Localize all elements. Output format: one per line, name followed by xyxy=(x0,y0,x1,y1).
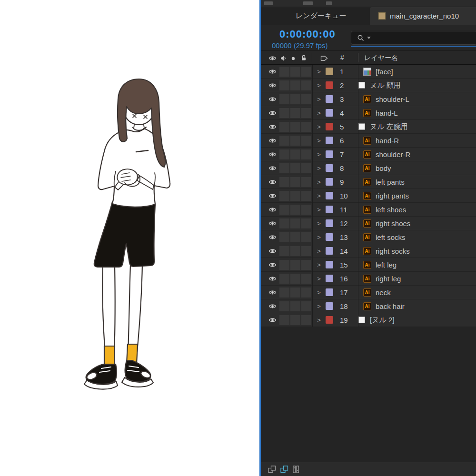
audio-switch-cell[interactable] xyxy=(279,246,289,256)
layer-row[interactable]: > 10 Ai right pants xyxy=(259,189,476,203)
label-color-swatch[interactable] xyxy=(326,178,333,186)
solo-switch-cell[interactable] xyxy=(290,288,300,298)
expand-arrow[interactable]: > xyxy=(312,317,326,324)
solo-switch-cell[interactable] xyxy=(290,94,300,104)
layer-name[interactable]: [ヌル 2] xyxy=(366,316,395,325)
visibility-eye-icon[interactable] xyxy=(259,69,279,74)
audio-switch-cell[interactable] xyxy=(279,274,289,284)
visibility-eye-icon[interactable] xyxy=(259,138,279,143)
visibility-eye-icon[interactable] xyxy=(259,221,279,226)
expand-arrow[interactable]: > xyxy=(312,178,326,186)
solo-switch-cell[interactable] xyxy=(290,122,300,132)
layer-name[interactable]: left pants xyxy=(371,178,405,186)
audio-switch-cell[interactable] xyxy=(279,177,289,187)
audio-switch-cell[interactable] xyxy=(279,260,289,270)
expand-arrow[interactable]: > xyxy=(312,137,326,144)
visibility-eye-icon[interactable] xyxy=(259,152,279,157)
label-color-swatch[interactable] xyxy=(326,192,333,199)
current-timecode[interactable]: 0:00:00:00 xyxy=(279,28,336,40)
lock-switch-cell[interactable] xyxy=(301,67,311,77)
layer-name[interactable]: left shoes xyxy=(371,206,406,214)
layer-switches[interactable] xyxy=(279,136,312,146)
expand-arrow[interactable]: > xyxy=(312,220,326,227)
expand-arrow[interactable]: > xyxy=(312,165,326,172)
label-color-swatch[interactable] xyxy=(326,247,333,255)
lock-switch-cell[interactable] xyxy=(301,136,311,146)
audio-switch-cell[interactable] xyxy=(279,122,289,132)
layer-name[interactable]: right shoes xyxy=(371,219,410,228)
expand-arrow[interactable]: > xyxy=(312,68,326,75)
lock-switch-cell[interactable] xyxy=(301,177,311,187)
expand-arrow[interactable]: > xyxy=(312,192,326,199)
audio-switch-cell[interactable] xyxy=(279,163,289,173)
audio-switch-cell[interactable] xyxy=(279,108,289,118)
label-color-swatch[interactable] xyxy=(326,275,333,282)
solo-switch-cell[interactable] xyxy=(290,191,300,201)
label-color-swatch[interactable] xyxy=(326,81,333,89)
layer-row[interactable]: > 17 Ai neck xyxy=(259,286,476,299)
expand-arrow[interactable]: > xyxy=(312,109,326,117)
layer-name[interactable]: hand-L xyxy=(371,109,398,117)
label-color-swatch[interactable] xyxy=(326,288,333,296)
toggle-transfer-controls-icon[interactable] xyxy=(280,466,288,473)
expand-arrow[interactable]: > xyxy=(312,303,326,310)
visibility-eye-icon[interactable] xyxy=(259,207,279,212)
layer-name[interactable]: ヌル 顔用 xyxy=(366,81,401,90)
tab-render-queue[interactable]: レンダーキュー xyxy=(288,7,354,25)
layer-row[interactable]: > 16 Ai right leg xyxy=(259,272,476,286)
layer-row[interactable]: > 7 Ai shoulder-R xyxy=(259,148,476,161)
audio-switch-cell[interactable] xyxy=(279,67,289,77)
solo-switch-cell[interactable] xyxy=(290,108,300,118)
expand-arrow[interactable]: > xyxy=(312,234,326,241)
lock-switch-cell[interactable] xyxy=(301,232,311,242)
visibility-eye-icon[interactable] xyxy=(259,83,279,88)
layer-name[interactable]: left socks xyxy=(371,233,406,241)
layer-switches[interactable] xyxy=(279,246,312,256)
visibility-eye-icon[interactable] xyxy=(259,317,279,323)
visibility-eye-icon[interactable] xyxy=(259,304,279,309)
layer-switches[interactable] xyxy=(279,163,312,173)
layer-row[interactable]: > 14 Ai right socks xyxy=(259,244,476,258)
visibility-eye-icon[interactable] xyxy=(259,262,279,268)
lock-switch-cell[interactable] xyxy=(301,218,311,228)
lock-switch-cell[interactable] xyxy=(301,191,311,201)
lock-switch-cell[interactable] xyxy=(301,80,311,90)
toggle-inout-panes-icon[interactable] xyxy=(293,466,299,473)
layer-name[interactable]: right socks xyxy=(371,247,410,255)
layer-switches[interactable] xyxy=(279,260,312,270)
label-color-swatch[interactable] xyxy=(326,95,333,103)
solo-switch-cell[interactable] xyxy=(290,274,300,284)
label-color-swatch[interactable] xyxy=(326,68,333,75)
solo-switch-cell[interactable] xyxy=(290,260,300,270)
solo-switch-cell[interactable] xyxy=(290,67,300,77)
layer-name[interactable]: right pants xyxy=(371,192,409,200)
solo-switch-cell[interactable] xyxy=(290,163,300,173)
layer-row[interactable]: > 6 Ai hand-R xyxy=(259,134,476,148)
audio-switch-cell[interactable] xyxy=(279,218,289,228)
layer-row[interactable]: > 15 Ai left leg xyxy=(259,258,476,272)
label-color-swatch[interactable] xyxy=(326,302,333,310)
layer-switches[interactable] xyxy=(279,218,312,228)
visibility-eye-icon[interactable] xyxy=(259,248,279,254)
expand-arrow[interactable]: > xyxy=(312,261,326,268)
lock-switch-cell[interactable] xyxy=(301,260,311,270)
audio-switch-cell[interactable] xyxy=(279,232,289,242)
expand-arrow[interactable]: > xyxy=(312,123,326,130)
solo-switch-cell[interactable] xyxy=(290,315,300,325)
lock-switch-cell[interactable] xyxy=(301,301,311,311)
layer-switches[interactable] xyxy=(279,191,312,201)
layer-switches[interactable] xyxy=(279,301,312,311)
layer-switches[interactable] xyxy=(279,205,312,215)
lock-switch-cell[interactable] xyxy=(301,205,311,215)
lock-switch-cell[interactable] xyxy=(301,108,311,118)
audio-switch-cell[interactable] xyxy=(279,205,289,215)
layer-switches[interactable] xyxy=(279,80,312,90)
layer-row[interactable]: > 4 Ai hand-L xyxy=(259,106,476,120)
lock-switch-cell[interactable] xyxy=(301,122,311,132)
label-color-swatch[interactable] xyxy=(326,316,333,324)
audio-switch-cell[interactable] xyxy=(279,301,289,311)
lock-switch-cell[interactable] xyxy=(301,94,311,104)
solo-switch-cell[interactable] xyxy=(290,232,300,242)
solo-switch-cell[interactable] xyxy=(290,80,300,90)
layer-row[interactable]: > 18 Ai back hair xyxy=(259,299,476,313)
